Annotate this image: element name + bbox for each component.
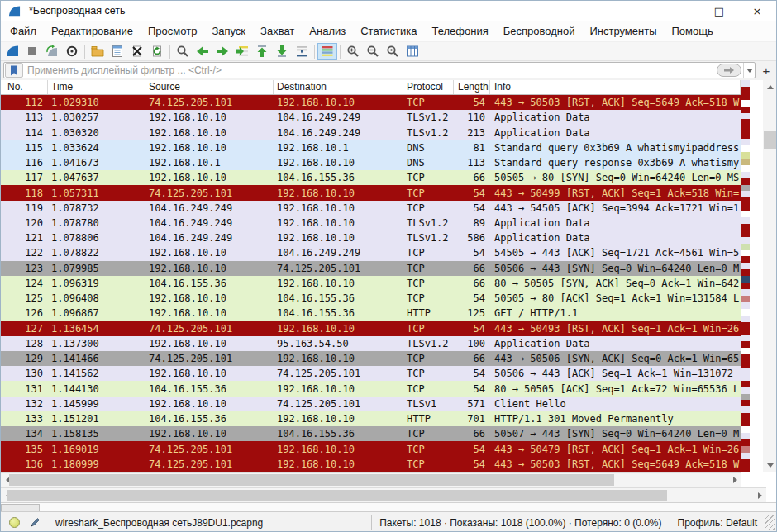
packet-row-125[interactable]: 1251.096408192.168.10.10104.16.155.36TCP…	[1, 291, 741, 306]
hscrollbar-thumb[interactable]	[7, 490, 667, 501]
packet-row-123[interactable]: 1231.079985192.168.10.1074.125.205.101TC…	[1, 261, 741, 276]
restart-capture-icon[interactable]	[42, 43, 62, 60]
column-header-source[interactable]: Source	[145, 80, 274, 94]
column-header-time[interactable]: Time	[48, 80, 145, 94]
packet-minimap[interactable]	[741, 80, 750, 472]
cell-info: 50506 → 443 [ACK] Seq=1 Ack=1 Win=131072	[490, 366, 741, 381]
column-header-protocol[interactable]: Protocol	[403, 80, 454, 94]
scroll-right-icon[interactable]	[728, 473, 741, 487]
apply-filter-icon[interactable]	[717, 64, 741, 77]
menu-item-телефония[interactable]: Телефония	[424, 21, 495, 41]
column-header-info[interactable]: Info	[490, 80, 741, 94]
cell-protocol: HTTP	[403, 306, 454, 321]
start-capture-icon[interactable]	[2, 43, 22, 60]
packet-row-120[interactable]: 1201.078780104.16.249.249192.168.10.10TL…	[1, 216, 741, 230]
filter-bookmark-icon[interactable]	[5, 63, 23, 78]
pane-corner-box[interactable]	[1, 504, 40, 511]
column-header-destination[interactable]: Destination	[274, 80, 403, 94]
packet-row-114[interactable]: 1141.030320192.168.10.10104.16.249.249TL…	[1, 125, 741, 140]
minimap-stripe	[741, 316, 750, 322]
minimap-stripe	[741, 374, 750, 381]
close-file-icon[interactable]	[127, 43, 147, 60]
menu-item-редактирование[interactable]: Редактирование	[44, 21, 141, 41]
packet-row-116[interactable]: 1161.041673192.168.10.1192.168.10.10DNS1…	[1, 155, 741, 170]
hscrollbar-thumb[interactable]	[9, 474, 614, 486]
vertical-scrollbar-thumb[interactable]	[764, 131, 776, 149]
vertical-scrollbar[interactable]	[763, 80, 777, 472]
packet-row-115[interactable]: 1151.033624192.168.10.10192.168.10.1DNS8…	[1, 140, 741, 155]
expert-info-icon[interactable]	[9, 517, 20, 528]
capture-options-icon[interactable]	[62, 43, 82, 60]
packet-row-126[interactable]: 1261.096867192.168.10.10104.16.155.36HTT…	[1, 306, 741, 321]
menu-item-анализ[interactable]: Анализ	[302, 21, 353, 41]
menu-item-статистика[interactable]: Статистика	[353, 21, 424, 41]
scroll-down-icon[interactable]	[763, 458, 777, 472]
cell-protocol: TCP	[403, 457, 454, 472]
pane-hscrollbar[interactable]	[1, 487, 766, 502]
menu-item-файл[interactable]: Файл	[2, 21, 44, 41]
display-filter-input[interactable]	[24, 64, 717, 77]
cell-protocol: DNS	[403, 155, 454, 170]
menu-item-помощь[interactable]: Помощь	[665, 21, 721, 41]
resize-grip[interactable]	[765, 515, 775, 530]
menu-item-запуск[interactable]: Запуск	[204, 21, 253, 41]
go-back-icon[interactable]	[193, 43, 212, 60]
profile-selector[interactable]: Профиль: Default	[670, 515, 765, 530]
go-to-bottom-icon[interactable]	[272, 43, 292, 60]
cell-source: 74.125.205.101	[145, 186, 274, 201]
packet-row-130[interactable]: 1301.141562192.168.10.1074.125.205.101TC…	[1, 366, 741, 381]
minimap-stripe	[741, 406, 750, 413]
packet-row-121[interactable]: 1211.078806104.16.249.249192.168.10.10TL…	[1, 230, 741, 245]
packet-row-132[interactable]: 1321.145999192.168.10.1074.125.205.101TL…	[1, 397, 741, 411]
packet-row-128[interactable]: 1281.137300192.168.10.1095.163.54.50TLSv…	[1, 336, 741, 351]
resize-columns-icon[interactable]	[403, 43, 422, 60]
column-header-no[interactable]: No.	[1, 80, 48, 94]
find-packet-icon[interactable]	[173, 43, 193, 60]
zoom-in-icon[interactable]	[343, 43, 363, 60]
packet-row-122[interactable]: 1221.078822192.168.10.10104.16.249.249TC…	[1, 245, 741, 260]
colorize-packets-icon[interactable]	[317, 43, 337, 60]
go-to-top-icon[interactable]	[252, 43, 272, 60]
packet-row-134[interactable]: 1341.158135192.168.10.10104.16.155.36TCP…	[1, 426, 741, 441]
packet-row-135[interactable]: 1351.16901974.125.205.101192.168.10.10TC…	[1, 441, 741, 456]
packet-row-133[interactable]: 1331.151201104.16.155.36192.168.10.10HTT…	[1, 411, 741, 426]
packet-row-136[interactable]: 1361.18099974.125.205.101192.168.10.10TC…	[1, 457, 741, 472]
packet-row-127[interactable]: 1271.13645474.125.205.101192.168.10.10TC…	[1, 321, 741, 336]
reload-file-icon[interactable]	[147, 43, 167, 60]
scroll-right-icon[interactable]	[753, 488, 766, 502]
minimize-button[interactable]: –	[662, 1, 700, 21]
go-forward-icon[interactable]	[212, 43, 232, 60]
menu-item-инструменты[interactable]: Инструменты	[582, 21, 664, 41]
maximize-button[interactable]: □	[700, 1, 738, 21]
packet-row-129[interactable]: 1291.14146674.125.205.101192.168.10.10TC…	[1, 351, 741, 366]
auto-scroll-icon[interactable]	[292, 43, 312, 60]
cell-source: 104.16.249.249	[145, 201, 274, 216]
add-filter-button[interactable]: +	[759, 62, 774, 78]
scroll-up-icon[interactable]	[763, 80, 777, 93]
open-file-icon[interactable]	[88, 43, 107, 60]
packet-row-117[interactable]: 1171.047637192.168.10.10104.16.155.36TCP…	[1, 170, 741, 185]
packet-row-131[interactable]: 1311.144130104.16.155.36192.168.10.10TCP…	[1, 381, 741, 396]
cell-source: 192.168.10.10	[145, 336, 274, 351]
capture-comment-icon[interactable]	[30, 517, 41, 528]
cell-destination: 95.163.54.50	[274, 336, 403, 351]
packet-row-119[interactable]: 1191.078732104.16.249.249192.168.10.10TC…	[1, 201, 741, 216]
main-toolbar	[1, 42, 776, 61]
packet-row-118[interactable]: 1181.05731174.125.205.101192.168.10.10TC…	[1, 185, 741, 200]
save-file-icon[interactable]	[107, 43, 127, 60]
packet-row-112[interactable]: 1121.02931074.125.205.101192.168.10.10TC…	[1, 95, 741, 110]
stop-capture-icon[interactable]	[22, 43, 42, 60]
zoom-100-icon[interactable]	[383, 43, 403, 60]
menu-item-захват[interactable]: Захват	[253, 21, 302, 41]
packet-row-124[interactable]: 1241.096319104.16.155.36192.168.10.10TCP…	[1, 276, 741, 291]
go-to-packet-icon[interactable]	[232, 43, 252, 60]
packet-row-113[interactable]: 1131.030257192.168.10.10104.16.249.249TL…	[1, 110, 741, 125]
menu-item-просмотр[interactable]: Просмотр	[141, 21, 204, 41]
filter-dropdown-icon[interactable]	[743, 63, 755, 78]
zoom-out-icon[interactable]	[363, 43, 383, 60]
column-header-length[interactable]: Length	[454, 80, 490, 94]
packet-list-hscrollbar[interactable]	[1, 472, 741, 487]
close-button[interactable]: ×	[738, 1, 776, 21]
cell-no: 116	[1, 155, 48, 170]
menu-item-беспроводной[interactable]: Беспроводной	[496, 21, 583, 41]
